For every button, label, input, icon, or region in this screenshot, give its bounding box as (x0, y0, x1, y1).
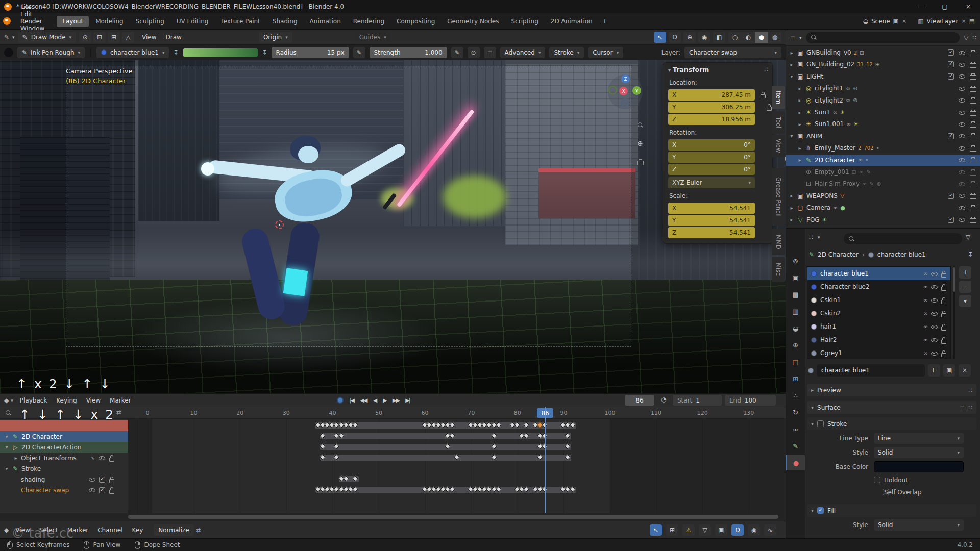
eye-icon[interactable] (931, 323, 938, 330)
timeline-scrollbar-thumb[interactable] (128, 515, 778, 519)
outliner-row-citylight2[interactable]: ▸◎citylight2∞⊚ (786, 95, 980, 106)
lock-icon[interactable] (941, 297, 947, 304)
vertex-color-swatch[interactable] (183, 48, 258, 57)
properties-tab-tool[interactable]: ⊚ (786, 253, 805, 268)
multiframe-icon[interactable]: ⊙ (79, 32, 91, 43)
properties-tab-physics[interactable]: ↻ (786, 405, 805, 420)
expander-icon[interactable]: ▸ (797, 86, 802, 91)
move-view-icon[interactable]: ⊕ (634, 138, 646, 149)
dopesheet-keyframe-area[interactable]: ▾✎2D Character▾▷2D CharacterAction▸Objec… (0, 419, 786, 513)
transform-location-z[interactable]: Z18.956 m (668, 114, 755, 125)
workspace-tab-compositing[interactable]: Compositing (391, 16, 440, 27)
expander-icon[interactable]: ▸ (797, 110, 802, 115)
mirror-icon[interactable]: △ (122, 32, 134, 43)
gizmo-icon[interactable]: ⊕ (683, 32, 696, 43)
eye-icon[interactable] (959, 157, 965, 163)
workspace-tab-uv-editing[interactable]: UV Editing (171, 16, 214, 27)
camera-visibility-icon[interactable] (970, 133, 976, 139)
animate-icon[interactable]: ≡ (960, 404, 965, 411)
visibility-checkbox[interactable] (948, 49, 954, 56)
guides-dropdown[interactable]: Guides▾ (355, 32, 391, 43)
camera-visibility-icon[interactable] (970, 85, 976, 92)
end-frame-field[interactable]: End100 (725, 395, 776, 406)
shading-wireframe-icon[interactable]: ○ (728, 32, 742, 43)
outliner-row-emily-master[interactable]: ▸⋔Emily_Master2702• (786, 142, 980, 154)
channel-shading[interactable]: shading (0, 474, 128, 485)
minimize-button[interactable]: — (910, 0, 933, 13)
camera-visibility-icon[interactable] (970, 157, 976, 163)
workspace-tab-layout[interactable]: Layout (57, 16, 89, 27)
workspace-tab-2d-animation[interactable]: 2D Animation (545, 16, 598, 27)
outliner-row-fog[interactable]: ▸▽FOG∗ (786, 214, 980, 226)
fcurve-icon[interactable]: ∿ (764, 524, 776, 536)
remove-viewlayer-button[interactable]: × (961, 18, 966, 24)
navigation-gizmo[interactable]: Z X Y (608, 74, 643, 109)
workspace-tab-shading[interactable]: Shading (267, 16, 303, 27)
brush-selector[interactable]: ✎ Ink Pen Rough▾ (17, 47, 85, 58)
eye-icon[interactable] (959, 145, 965, 152)
outliner-filter-icon[interactable]: ▽ (964, 34, 968, 41)
visibility-checkbox[interactable] (948, 217, 954, 223)
workspace-tab-geometry-nodes[interactable]: Geometry Nodes (442, 16, 504, 27)
channel-2d-characteraction[interactable]: ▾▷2D CharacterAction (0, 442, 128, 453)
eye-icon[interactable] (959, 192, 965, 199)
transform-location-y[interactable]: Y306.25 m (668, 102, 755, 113)
properties-tab-constraints[interactable]: ∞ (786, 421, 805, 437)
expander-icon[interactable]: ▾ (789, 73, 794, 79)
material-slot-cskin1[interactable]: Cskin1∞ (807, 293, 950, 307)
close-button[interactable]: × (957, 0, 980, 13)
expander-icon[interactable]: ▸ (797, 97, 802, 103)
properties-tab-output[interactable]: ▤ (786, 287, 805, 302)
camera-visibility-icon[interactable] (970, 121, 976, 128)
outliner-row-hair-sim-proxy[interactable]: ⊡Hair-Sim-Proxy∞✎⊚ (786, 178, 980, 189)
outliner-row-light[interactable]: ▾▣LIGHt (786, 71, 980, 82)
add-slot-button[interactable]: + (959, 266, 971, 279)
show-hidden-icon[interactable]: ⊞ (666, 524, 678, 536)
pin-material-icon[interactable]: ↧ (173, 49, 178, 56)
channel-search-icon[interactable] (5, 410, 12, 416)
transform-location-x[interactable]: X-287.45 m (668, 89, 755, 101)
radius-pressure-icon[interactable]: ✎ (353, 47, 365, 58)
workspace-tab-animation[interactable]: Animation (304, 16, 347, 27)
proportional-icon[interactable]: ◉ (748, 524, 760, 536)
camera-visibility-icon[interactable] (970, 61, 976, 68)
workspace-tab-rendering[interactable]: Rendering (348, 16, 390, 27)
expander-icon[interactable]: ▸ (789, 217, 794, 222)
preview-panel-header[interactable]: ▸Preview ∷ (807, 384, 976, 396)
properties-tab-modifiers[interactable]: ⊞ (786, 371, 805, 386)
holdout-checkbox[interactable] (874, 477, 880, 483)
overlays-icon[interactable]: ◉ (698, 32, 710, 43)
timeline-ruler[interactable]: ⇄ 0102030405060708090100110120130 86 (0, 407, 786, 419)
next-keyframe-button[interactable]: ▶▶ (393, 397, 399, 403)
maximize-button[interactable]: ▢ (933, 0, 957, 13)
outliner-row-2d-character[interactable]: ▸✎2D Character∞• (786, 155, 980, 166)
dopesheet-menu-view[interactable]: View (82, 397, 105, 404)
camera-view-icon[interactable] (634, 156, 646, 167)
eye-icon[interactable] (959, 73, 965, 80)
eye-icon[interactable] (89, 487, 95, 493)
properties-filter-icon[interactable]: ▽ (966, 234, 970, 241)
outliner-options-icon[interactable]: ∷ (972, 34, 976, 41)
slots-scrollbar-thumb[interactable] (953, 267, 955, 292)
expander-icon[interactable]: ▸ (797, 157, 802, 163)
eye-icon[interactable] (959, 121, 965, 128)
axis-y-negative-handle[interactable] (608, 86, 617, 94)
radius-slider[interactable]: Radius15 px (272, 47, 349, 58)
eye-icon[interactable] (959, 133, 965, 139)
camera-visibility-icon[interactable] (970, 97, 976, 104)
expander-icon[interactable]: ▸ (789, 62, 794, 67)
strength-pressure-icon[interactable]: ✎ (451, 47, 463, 58)
axis-x-handle[interactable]: X (619, 87, 628, 95)
material-slot-hair2[interactable]: Hair2∞ (807, 333, 950, 346)
camera-visibility-icon[interactable] (970, 109, 976, 116)
transform-rotation-y[interactable]: Y0° (668, 152, 755, 163)
outliner-row-gnbuilding-v0[interactable]: ▸▣GNBuilding_v02⊞ (786, 47, 980, 58)
stroke-enable-checkbox[interactable] (817, 420, 824, 427)
menu-edit[interactable]: Edit (15, 11, 50, 18)
eye-icon[interactable] (931, 270, 938, 277)
dopesheet-editor-chevron-icon[interactable]: ▾ (11, 398, 13, 403)
viewport-menu-draw[interactable]: Draw (161, 34, 186, 41)
outliner-row-sun1[interactable]: ▸☀Sun1∞☀ (786, 107, 980, 118)
camera-visibility-icon[interactable] (970, 205, 976, 211)
only-selected-icon[interactable]: ↖ (650, 524, 662, 536)
